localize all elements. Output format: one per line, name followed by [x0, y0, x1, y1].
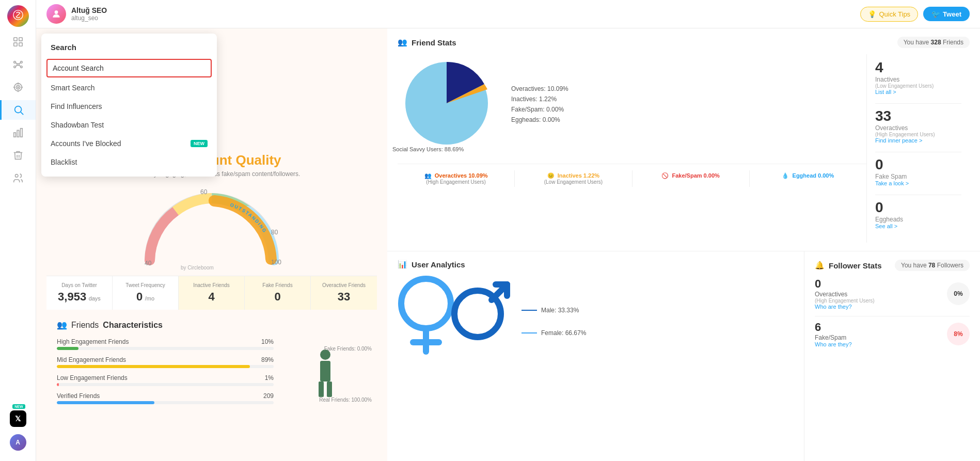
bar-low-label: Low Engagement Friends — [57, 374, 128, 381]
dropdown-item-find-influencers[interactable]: Find Influencers — [41, 97, 217, 116]
content-area: Search Account Search Smart Search Find … — [36, 28, 980, 461]
fake-friends-label: Fake Friends — [249, 282, 306, 288]
friend-stats-icon: 👥 — [398, 38, 407, 47]
sidebar-item-targeting[interactable] — [0, 77, 36, 97]
analytics-icon: 📊 — [398, 260, 407, 269]
side-eggheads-link[interactable]: See all > — [875, 223, 961, 229]
side-stat-eggheads: 0 Eggheads See all > — [875, 199, 961, 229]
tweet-freq-label: Tweet Frequency — [117, 282, 174, 288]
friend-stats-title-text: Friend Stats — [412, 38, 456, 47]
svg-point-39 — [401, 279, 451, 328]
user-avatar[interactable]: A — [10, 434, 26, 451]
side-stat-fakespam: 0 Fake Spam Take a look > — [875, 156, 961, 186]
side-overactives-sub: (High Engagement Users) — [875, 132, 961, 137]
user-analytics-card: 📊 User Analytics — [387, 251, 804, 461]
follower-overactives-sub: (High Engagement Users) — [815, 298, 875, 304]
svg-rect-37 — [327, 381, 332, 397]
svg-point-16 — [18, 87, 19, 88]
gender-icons — [398, 275, 511, 368]
fakespam-val: Fake/Spam 0.00% — [672, 172, 719, 179]
svg-line-22 — [21, 112, 23, 115]
legend-eggheads: Eggheads: 0.00% — [511, 116, 866, 123]
dropdown-item-blocked[interactable]: Accounts I've Blocked NEW — [41, 134, 217, 153]
follower-overactives-num: 0 — [815, 277, 875, 291]
stat-tweet-freq: Tweet Frequency 0 /mo — [113, 276, 179, 310]
svg-text:100: 100 — [271, 259, 281, 266]
dropdown-item-blacklist[interactable]: Blacklist — [41, 153, 217, 171]
svg-rect-24 — [17, 130, 19, 137]
svg-point-7 — [20, 61, 22, 63]
sidebar: 𝕏 NEW A — [0, 0, 36, 461]
sidebar-item-search[interactable] — [0, 100, 36, 120]
sidebar-item-x[interactable]: 𝕏 NEW — [10, 406, 26, 431]
follower-overactives-left: 0 Overactives (High Engagement Users) Wh… — [815, 277, 875, 310]
you-have-label: You have — [904, 39, 929, 46]
metric-inactives: 😐 Inactives 1.22% (Low Engagement Users) — [515, 170, 632, 187]
x-button[interactable]: 𝕏 — [10, 410, 26, 427]
side-eggheads-num: 0 — [875, 199, 961, 216]
inactive-friends-num: 4 — [183, 290, 240, 304]
metric-overactives: 👥 Overactives 10.09% (High Engagement Us… — [398, 170, 515, 187]
sidebar-item-analytics[interactable] — [0, 123, 36, 142]
follower-fakespam-left: 6 Fake/Spam Who are they? — [815, 321, 852, 347]
sidebar-item-network[interactable] — [0, 55, 36, 74]
followers-count: 78 — [928, 262, 935, 269]
stat-days: Days on Twitter 3,953 days — [46, 276, 113, 310]
side-stat-inactives: 4 Inactives (Low Engagement Users) List … — [875, 59, 961, 95]
left-panel: Search Account Search Smart Search Find … — [36, 28, 387, 461]
find-influencers-label: Find Influencers — [51, 102, 102, 110]
quick-tips-button[interactable]: 💡 Quick Tips — [860, 7, 918, 22]
header-avatar — [46, 4, 66, 24]
friend-stats-card: 👥 Friend Stats You have 328 Friends — [387, 28, 980, 251]
side-fakespam-label: Fake Spam — [875, 173, 961, 180]
lightbulb-icon: 💡 — [868, 10, 876, 18]
sidebar-item-users[interactable] — [0, 168, 36, 188]
fake-friends-label-fig: Fake Friends: 0.00% — [324, 346, 372, 352]
svg-text:40: 40 — [145, 260, 152, 267]
svg-point-6 — [13, 61, 15, 63]
sidebar-item-cleanup[interactable] — [0, 146, 36, 165]
account-search-label: Account Search — [53, 64, 104, 72]
header: Altuğ SEO altug_seo 💡 Quick Tips 🐦 Tweet — [36, 0, 980, 28]
side-fakespam-link[interactable]: Take a look > — [875, 180, 961, 186]
follower-you-have: You have — [901, 262, 927, 269]
friends-icon: 👥 — [57, 320, 67, 330]
gender-labels: Male: 33.33% Female: 66.67% — [521, 307, 586, 337]
sidebar-item-dashboard[interactable] — [0, 32, 36, 52]
bar-low-engagement: Low Engagement Friends 1% — [57, 374, 274, 386]
svg-point-5 — [17, 63, 19, 66]
bar-low-pct: 1% — [265, 374, 274, 381]
svg-rect-2 — [19, 38, 22, 41]
friends-count-badge: You have 328 Friends — [897, 37, 970, 48]
female-pct-label: Female: 66.67% — [541, 329, 586, 337]
svg-line-11 — [19, 62, 20, 64]
gauge-wrap: OUTSTANDING 40 60 80 100 by Circleboom — [46, 183, 377, 271]
friends-title-normal: Friends — [71, 321, 99, 330]
side-overactives-link[interactable]: Find inner peace > — [875, 137, 961, 144]
bar-verified-label: Verified Friends — [57, 392, 100, 400]
svg-rect-4 — [19, 43, 22, 46]
metric-fakespam: 🚫 Fake/Spam 0.00% — [633, 170, 750, 187]
side-inactives-link[interactable]: List all > — [875, 89, 961, 95]
social-savvy-label: Social Savvy Users: 88.69% — [392, 146, 464, 152]
follower-overactives-link[interactable]: Who are they? — [815, 304, 875, 310]
svg-point-21 — [15, 106, 22, 113]
followers-suffix: Followers — [937, 262, 963, 269]
dropdown-item-account-search[interactable]: Account Search — [46, 59, 212, 77]
followers-count-badge: You have 78 Followers — [895, 260, 970, 271]
tweet-button[interactable]: 🐦 Tweet — [923, 7, 970, 21]
side-fakespam-num: 0 — [875, 156, 961, 173]
dropdown-item-smart-search[interactable]: Smart Search — [41, 78, 217, 97]
stat-days-value: 3,953 days — [51, 290, 108, 304]
follower-fakespam-link[interactable]: Who are they? — [815, 341, 852, 347]
side-inactives-sub: (Low Engagement Users) — [875, 83, 961, 89]
svg-point-8 — [13, 66, 15, 68]
side-stat-overactives: 33 Overactives (High Engagement Users) F… — [875, 108, 961, 144]
svg-line-10 — [15, 62, 17, 64]
header-user: Altuğ SEO altug_seo — [46, 4, 107, 24]
dropdown-item-shadowban[interactable]: Shadowban Test — [41, 116, 217, 134]
friends-section: 👥 Friends Characteristics High Engagemen… — [46, 310, 377, 421]
pie-legend: Overactives: 10.09% Inactives: 1.22% Fak… — [511, 85, 866, 126]
header-username: Altuğ SEO — [71, 6, 107, 14]
days-number: 3,953 — [58, 290, 86, 303]
